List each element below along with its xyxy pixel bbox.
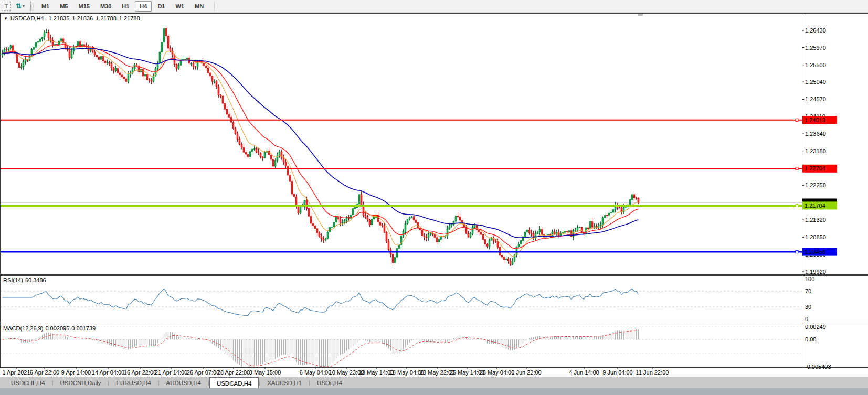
resistance-line-upper-pill-text: 1.24013 [805, 117, 825, 123]
timeframe-group: M1M5M15M30H1H4D1W1MN [36, 1, 209, 12]
time-axis-label: 28 May 04:00 [480, 369, 515, 376]
price-axis-tick: 1.25970 [805, 45, 826, 51]
time-axis-label: 18 May 04:00 [389, 369, 425, 376]
time-axis-label: 3 May 15:00 [249, 369, 281, 376]
time-axis-label: 9 Apr 14:00 [61, 369, 91, 376]
price-axis-tick: 1.25500 [805, 62, 826, 68]
time-axis-label: 4 Jun 14:00 [569, 369, 599, 376]
price-axis-tick: 1.22250 [805, 182, 826, 188]
text-tool-button[interactable]: T [2, 2, 11, 11]
status-strip [0, 388, 868, 395]
chart-tabbar: USDCHF,H4|USDCNH,Daily|EURUSD,H4|AUDUSD,… [0, 377, 868, 388]
rsi-scale-tick: 30 [805, 304, 811, 310]
rsi-scale-tick: 70 [805, 288, 811, 294]
rsi-name: RSI(14) [3, 277, 23, 283]
timeframe-button-d1[interactable]: D1 [153, 1, 170, 12]
chart-tab-usdchf-h4[interactable]: USDCHF,H4 [4, 377, 52, 388]
price-axis-tick: 1.26430 [805, 27, 826, 34]
dropdown-caret-icon: ▾ [23, 4, 25, 8]
time-axis-label: 28 Apr 22:00 [217, 369, 250, 376]
macd-name: MACD(12,26,9) [3, 325, 43, 332]
time-axis-label: 14 Apr 04:00 [92, 369, 124, 376]
ohlc-low: 1.21788 [96, 15, 117, 22]
rsi-scale-tick: 0 [805, 316, 808, 322]
chart-tab-usdcnh-daily[interactable]: USDCNH,Daily [53, 377, 108, 388]
top-toolbar: T ⇅ ▾ M1M5M15M30H1H4D1W1MN [0, 0, 868, 13]
price-axis-tick: 1.21320 [805, 217, 826, 223]
support-line-green-handle[interactable] [796, 204, 798, 207]
price-axis-tick: 1.20850 [805, 234, 826, 240]
chart-title: ▼ USDCAD,H4 1.21835 1.21836 1.21788 1.21… [4, 15, 143, 22]
price-axis-tick: 1.25040 [805, 79, 826, 85]
time-axis-label: 16 Apr 22:00 [124, 369, 156, 376]
price-axis-tick: 1.23640 [805, 131, 826, 137]
rsi-value: 60.3486 [25, 277, 46, 283]
chart-tab-audusd-h4[interactable]: AUDUSD,H4 [160, 377, 208, 388]
timeframe-button-h4[interactable]: H4 [135, 1, 152, 12]
timeframe-button-mn[interactable]: MN [190, 1, 208, 12]
time-axis[interactable]: 1 Apr 20216 Apr 22:009 Apr 14:0014 Apr 0… [2, 368, 669, 376]
chart-tab-usoil-h4[interactable]: USOil,H4 [310, 377, 349, 388]
rsi-scale-tick: 100 [805, 276, 814, 282]
rsi-label: RSI(14)60.3486 [3, 277, 48, 283]
chart-tab-usdcad-h4[interactable]: USDCAD,H4 [209, 377, 259, 388]
time-axis-label: 11 Jun 22:00 [636, 369, 669, 376]
macd-signal-value: 0.001739 [71, 325, 96, 332]
ohlc-close: 1.21788 [119, 15, 140, 22]
time-axis-label: 9 Jun 04:00 [602, 369, 633, 376]
time-axis-label: 1 Apr 2021 [2, 369, 30, 376]
macd-scale-tick: 0.00249 [805, 324, 826, 330]
macd-main-value: 0.002095 [45, 325, 69, 332]
support-line-blue-handle[interactable] [796, 251, 798, 253]
chart-symbol-label: USDCAD,H4 [10, 15, 44, 22]
price-axis-tick: 1.24570 [805, 96, 826, 102]
support-line-green-pill-text: 1.21704 [805, 202, 825, 209]
chart-tab-eurusd-h4[interactable]: EURUSD,H4 [109, 377, 157, 388]
time-axis-label: 6 May 04:00 [300, 369, 332, 376]
price-chart-canvas[interactable]: 1.264301.259701.255001.250401.245701.241… [0, 13, 868, 377]
toolbar-grip [30, 2, 33, 11]
chart-window: 1.264301.259701.255001.250401.245701.241… [0, 13, 868, 377]
timeframe-button-m15[interactable]: M15 [73, 1, 94, 12]
toolbar-separator [214, 2, 215, 11]
timeframe-button-m30[interactable]: M30 [96, 1, 116, 12]
time-axis-label: 13 May 14:00 [359, 369, 394, 376]
ohlc-open: 1.21835 [49, 15, 70, 22]
time-axis-label: 26 Apr 07:00 [187, 369, 219, 376]
price-axis-tick: 1.23180 [805, 148, 826, 154]
macd-scale-tick: 0.00 [805, 336, 816, 343]
chart-scroll-thumb[interactable] [638, 14, 643, 16]
chart-tab-xauusd-h1[interactable]: XAUUSD,H1 [260, 377, 309, 388]
macd-scale-tick: -0.005403 [805, 364, 831, 370]
timeframe-button-w1[interactable]: W1 [171, 1, 189, 12]
timeframe-button-m5[interactable]: M5 [55, 1, 72, 12]
time-axis-label: 6 Apr 22:00 [30, 369, 59, 376]
chart-collapse-icon[interactable]: ▼ [4, 16, 8, 21]
timeframe-button-h1[interactable]: H1 [117, 1, 134, 12]
resistance-line-upper-handle[interactable] [796, 119, 798, 121]
macd-label: MACD(12,26,9)0.0020950.001739 [3, 325, 98, 332]
resistance-line-lower-handle[interactable] [796, 167, 798, 170]
time-axis-label: 1 Jun 22:00 [511, 369, 542, 376]
arrows-icon: ⇅ [16, 3, 22, 9]
time-axis-label: 21 Apr 14:00 [155, 369, 187, 376]
support-line-blue-pill-text: 1.20456 [805, 249, 825, 255]
arrows-tool-button[interactable]: ⇅ ▾ [14, 2, 26, 11]
ohlc-high: 1.21836 [72, 15, 93, 22]
price-axis-tick: 1.19920 [805, 269, 826, 275]
resistance-line-lower-pill-text: 1.22704 [805, 165, 825, 172]
timeframe-button-m1[interactable]: M1 [37, 1, 54, 12]
